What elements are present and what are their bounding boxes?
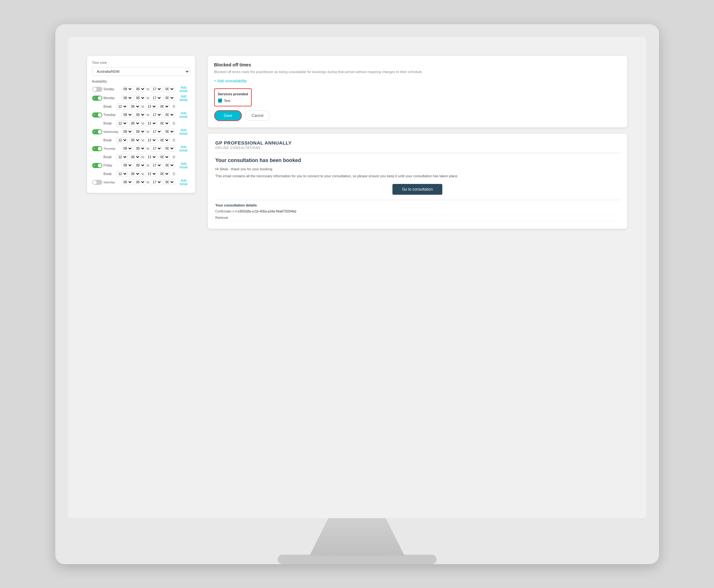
timezone-label: Time zone bbox=[92, 61, 190, 64]
break-row-wednesday: Break 12 00 to 13 00 🗑 bbox=[92, 137, 190, 143]
day-name-saturday: Saturday bbox=[104, 181, 120, 184]
saturday-end-m[interactable]: 00 bbox=[163, 179, 175, 185]
friday-start-h[interactable]: 09 bbox=[121, 162, 133, 168]
email-body: This email contains all the necessary in… bbox=[215, 173, 620, 179]
tuesday-break-start-h[interactable]: 12 bbox=[116, 120, 128, 126]
toggle-wednesday[interactable]: ✓ bbox=[92, 129, 102, 134]
day-name-wednesday: Wednesday bbox=[104, 130, 120, 133]
services-provided-title: Services provided bbox=[218, 92, 248, 96]
add-break-monday[interactable]: Add break bbox=[177, 94, 190, 102]
monday-end-h[interactable]: 17 bbox=[151, 95, 162, 101]
toggle-friday[interactable]: ✓ bbox=[92, 163, 102, 168]
wednesday-break-end-h[interactable]: 13 bbox=[146, 137, 157, 143]
wednesday-start-h[interactable]: 09 bbox=[121, 129, 133, 135]
delete-thursday-break-icon[interactable]: 🗑 bbox=[172, 155, 176, 159]
confirmation-label: Confirmatio n # bbox=[215, 210, 238, 213]
toggle-tuesday[interactable]: ✓ bbox=[92, 112, 102, 118]
monday-start-m[interactable]: 00 bbox=[134, 95, 146, 101]
confirmation-row: Confirmatio n # e3002dfa-cc1b-456a-a34a-… bbox=[215, 210, 620, 215]
monday-break-end-m[interactable]: 00 bbox=[158, 104, 170, 110]
break-row-thursday: Break 12 00 to 13 00 🗑 bbox=[92, 154, 190, 160]
to-label-monday: to bbox=[147, 96, 149, 100]
toggle-thursday[interactable]: ✓ bbox=[92, 146, 102, 151]
friday-end-m[interactable]: 00 bbox=[163, 162, 175, 168]
tuesday-start-m[interactable]: 00 bbox=[134, 112, 146, 118]
tuesday-end-m[interactable]: 00 bbox=[163, 112, 175, 118]
friday-start-m[interactable]: 00 bbox=[134, 162, 146, 168]
break-label-friday: Break bbox=[104, 172, 115, 176]
delete-wednesday-break-icon[interactable]: 🗑 bbox=[172, 138, 176, 142]
saturday-start-h[interactable]: 09 bbox=[121, 179, 133, 185]
break-label-thursday: Break bbox=[104, 155, 115, 159]
add-break-tuesday[interactable]: Add break bbox=[177, 111, 190, 119]
tuesday-break-end-m[interactable]: 00 bbox=[158, 120, 170, 126]
thursday-start-h[interactable]: 09 bbox=[121, 146, 133, 151]
thursday-end-h[interactable]: 17 bbox=[151, 146, 162, 151]
monitor-stand bbox=[310, 518, 405, 556]
wednesday-break-start-h[interactable]: 12 bbox=[116, 137, 128, 143]
retrieval-label: Retrieval bbox=[215, 216, 238, 219]
saturday-end-h[interactable]: 17 bbox=[151, 179, 162, 185]
monday-break-start-m[interactable]: 00 bbox=[129, 104, 141, 110]
go-consultation-button[interactable]: Go to consultation bbox=[393, 184, 442, 195]
wednesday-end-h[interactable]: 17 bbox=[151, 129, 162, 135]
friday-break-end-m[interactable]: 00 bbox=[158, 171, 170, 177]
tuesday-end-h[interactable]: 17 bbox=[151, 112, 162, 118]
service-test-item[interactable]: Test bbox=[218, 99, 248, 103]
add-break-wednesday[interactable]: Add break bbox=[177, 128, 190, 135]
monitor: Time zone Australia/NSW Availability ✕ S… bbox=[55, 24, 659, 564]
wednesday-break-end-m[interactable]: 00 bbox=[158, 137, 170, 143]
thursday-break-end-h[interactable]: 13 bbox=[146, 154, 157, 160]
monday-end-m[interactable]: 00 bbox=[163, 95, 175, 101]
add-break-friday[interactable]: Add break bbox=[177, 162, 190, 169]
thursday-start-m[interactable]: 00 bbox=[134, 146, 146, 151]
wednesday-break-start-m[interactable]: 00 bbox=[129, 137, 141, 143]
add-break-saturday[interactable]: Add break bbox=[177, 179, 190, 186]
tuesday-break-start-m[interactable]: 00 bbox=[129, 120, 141, 126]
friday-end-h[interactable]: 17 bbox=[151, 162, 162, 168]
friday-break-start-m[interactable]: 00 bbox=[129, 171, 141, 177]
sunday-end-h[interactable]: 17 bbox=[151, 86, 162, 92]
right-panels: Blocked off times Blocked off times mark… bbox=[208, 56, 627, 229]
cancel-button[interactable]: Cancel bbox=[245, 110, 270, 121]
sunday-start-m[interactable]: 00 bbox=[134, 86, 146, 92]
delete-monday-break-icon[interactable]: 🗑 bbox=[172, 104, 176, 109]
add-break-sunday[interactable]: Add break bbox=[177, 86, 190, 93]
monday-start-h[interactable]: 09 bbox=[121, 95, 133, 101]
add-unavailability-button[interactable]: + Add unavailability bbox=[214, 79, 247, 83]
save-button[interactable]: Save bbox=[214, 110, 242, 121]
friday-break-end-h[interactable]: 13 bbox=[146, 171, 157, 177]
consultation-details-title: Your consultation details bbox=[215, 200, 620, 207]
monday-break-end-h[interactable]: 13 bbox=[146, 104, 157, 110]
day-row-thursday: ✓ Thursday 09 00 to 17 00 Add break bbox=[92, 145, 190, 152]
availability-panel: Time zone Australia/NSW Availability ✕ S… bbox=[87, 56, 195, 193]
blocked-panel: Blocked off times Blocked off times mark… bbox=[208, 56, 627, 128]
friday-break-start-h[interactable]: 12 bbox=[116, 171, 128, 177]
tuesday-start-h[interactable]: 09 bbox=[121, 112, 133, 118]
wednesday-start-m[interactable]: 00 bbox=[134, 129, 146, 135]
day-name-thursday: Thursday bbox=[104, 147, 120, 150]
toggle-monday[interactable]: ✓ bbox=[92, 96, 102, 101]
tuesday-break-end-h[interactable]: 13 bbox=[146, 120, 157, 126]
wednesday-end-m[interactable]: 00 bbox=[163, 129, 175, 135]
thursday-end-m[interactable]: 00 bbox=[163, 146, 175, 151]
saturday-start-m[interactable]: 00 bbox=[134, 179, 146, 185]
add-break-thursday[interactable]: Add break bbox=[177, 145, 190, 152]
toggle-sunday[interactable]: ✕ bbox=[92, 87, 102, 92]
email-panel: GP PROFESSIONAL ANNUALLY ONLINE CONSULTA… bbox=[208, 134, 627, 229]
delete-tuesday-break-icon[interactable]: 🗑 bbox=[172, 121, 176, 125]
email-greeting: Hi Silvia - thank you for your booking. bbox=[215, 167, 620, 171]
thursday-break-start-h[interactable]: 12 bbox=[116, 154, 128, 160]
service-test-checkbox[interactable] bbox=[218, 99, 222, 103]
email-booking-title: Your consultation has been booked bbox=[215, 158, 620, 163]
confirmation-value: e3002dfa-cc1b-456a-a34a-94a872f294bd bbox=[238, 210, 296, 213]
toggle-saturday[interactable]: ✕ bbox=[92, 180, 102, 185]
thursday-break-end-m[interactable]: 00 bbox=[158, 154, 170, 160]
thursday-break-start-m[interactable]: 00 bbox=[129, 154, 141, 160]
timezone-select[interactable]: Australia/NSW bbox=[92, 67, 190, 76]
break-label-tuesday: Break bbox=[104, 122, 115, 125]
sunday-start-h[interactable]: 09 bbox=[121, 86, 133, 92]
delete-friday-break-icon[interactable]: 🗑 bbox=[172, 171, 176, 176]
monday-break-start-h[interactable]: 12 bbox=[116, 104, 128, 110]
sunday-end-m[interactable]: 00 bbox=[163, 86, 175, 92]
